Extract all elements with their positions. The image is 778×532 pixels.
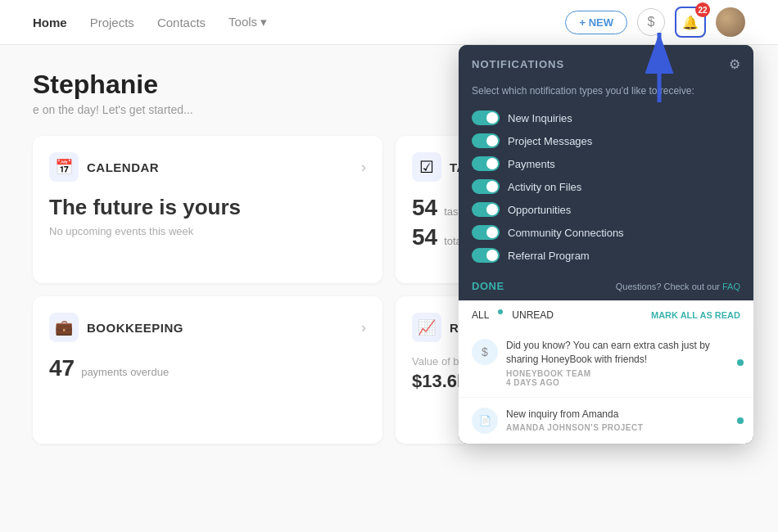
faq-link[interactable]: FAQ: [722, 282, 740, 291]
notif-item-0-meta2: 4 DAYS AGO: [506, 378, 740, 387]
toggle-new-inquiries: New Inquiries: [459, 106, 753, 129]
bell-badge: 22: [695, 2, 710, 17]
notifications-panel: NOTIFICATIONS ⚙ Select which notificatio…: [459, 45, 753, 444]
notif-item-0-icon: $: [472, 339, 498, 365]
notif-item-1-body: New inquiry from Amanda AMANDA JOHNSON'S…: [506, 408, 740, 433]
notif-item-1-unread: [737, 417, 744, 424]
notif-list-header: ALL UNREAD MARK ALL AS READ: [459, 300, 753, 329]
calendar-icon: 📅: [49, 152, 79, 182]
toggle-payments: Payments: [459, 152, 753, 175]
toggle-project-messages-switch[interactable]: [472, 133, 500, 148]
bookkeeping-stat: 47 payments overdue: [49, 355, 366, 381]
calendar-title: CALENDAR: [87, 160, 159, 174]
toggle-payments-label: Payments: [508, 158, 555, 170]
notif-item-0-text: Did you know? You can earn extra cash ju…: [506, 339, 740, 367]
nav-tools[interactable]: Tools ▾: [228, 15, 267, 29]
nav-home[interactable]: Home: [33, 16, 67, 29]
toggle-opportunities: Opportunities: [459, 198, 753, 221]
notif-settings-icon[interactable]: ⚙: [729, 56, 740, 72]
bookkeeping-icon: 💼: [49, 313, 79, 342]
toggle-new-inquiries-switch[interactable]: [472, 110, 500, 125]
toggle-project-messages: Project Messages: [459, 129, 753, 152]
bookkeeping-card: 💼 BOOKKEEPING › 47 payments overdue: [33, 296, 382, 444]
notif-select-text: Select which notification types you'd li…: [459, 80, 753, 106]
notif-item-1-meta1: AMANDA JOHNSON'S PROJECT: [506, 423, 740, 432]
toggle-activity-files-label: Activity on Files: [508, 181, 581, 193]
toggle-opportunities-label: Opportunities: [508, 204, 571, 216]
toggle-referral-label: Referral Program: [508, 250, 590, 262]
dollar-icon[interactable]: $: [637, 8, 665, 36]
notif-header: NOTIFICATIONS ⚙: [459, 45, 753, 80]
bookkeeping-title-row: 💼 BOOKKEEPING: [49, 313, 183, 342]
top-nav: Home Projects Contacts Tools ▾ + NEW $ 🔔…: [0, 0, 778, 45]
bell-button[interactable]: 🔔 22: [675, 7, 706, 38]
toggle-new-inquiries-label: New Inquiries: [508, 112, 572, 124]
nav-contacts[interactable]: Contacts: [157, 16, 206, 29]
tasks-icon: ☑: [412, 152, 441, 182]
notif-item-0-meta1: HONEYBOOK TEAM: [506, 369, 740, 378]
toggle-community-switch[interactable]: [472, 225, 500, 240]
done-button[interactable]: DONE: [472, 280, 504, 292]
calendar-arrow[interactable]: ›: [361, 159, 366, 176]
notif-tab-dot: [498, 309, 503, 314]
notif-item-0[interactable]: $ Did you know? You can earn extra cash …: [459, 329, 753, 398]
notif-item-0-unread: [737, 359, 744, 366]
toggle-payments-switch[interactable]: [472, 156, 500, 171]
new-button[interactable]: + NEW: [565, 11, 627, 34]
toggle-project-messages-label: Project Messages: [508, 135, 592, 147]
avatar[interactable]: [716, 7, 745, 37]
notif-item-1-icon: 📄: [472, 408, 498, 434]
notif-tab-unread[interactable]: UNREAD: [512, 309, 554, 321]
bookkeeping-title: BOOKKEEPING: [87, 321, 183, 335]
toggle-activity-files-switch[interactable]: [472, 179, 500, 194]
notif-tabs: ALL UNREAD: [472, 309, 554, 321]
notif-item-0-body: Did you know? You can earn extra cash ju…: [506, 339, 740, 387]
toggle-activity-files: Activity on Files: [459, 175, 753, 198]
toggle-referral: Referral Program: [459, 244, 753, 267]
bell-icon: 🔔: [682, 15, 699, 30]
toggle-referral-switch[interactable]: [472, 248, 500, 263]
nav-links: Home Projects Contacts Tools ▾: [33, 15, 565, 29]
bookkeeping-arrow[interactable]: ›: [361, 319, 366, 336]
toggle-community: Community Connections: [459, 221, 753, 244]
calendar-card: 📅 CALENDAR › The future is yours No upco…: [33, 136, 382, 283]
notif-item-1[interactable]: 📄 New inquiry from Amanda AMANDA JOHNSON…: [459, 398, 753, 444]
notif-tab-all[interactable]: ALL: [472, 309, 489, 321]
nav-right: + NEW $ 🔔 22: [565, 7, 745, 38]
notif-done-row: DONE Questions? Check out our FAQ: [459, 272, 753, 300]
calendar-sub-text: No upcoming events this week: [49, 225, 366, 237]
calendar-title-row: 📅 CALENDAR: [49, 152, 159, 182]
mark-all-button[interactable]: MARK ALL AS READ: [651, 310, 740, 320]
notif-item-1-text: New inquiry from Amanda: [506, 408, 740, 422]
calendar-big-text: The future is yours: [49, 195, 366, 220]
notif-title: NOTIFICATIONS: [472, 58, 564, 70]
reports-icon: 📈: [412, 313, 441, 342]
faq-text: Questions? Check out our FAQ: [616, 282, 740, 291]
calendar-card-header: 📅 CALENDAR ›: [49, 152, 366, 182]
notif-items-list: $ Did you know? You can earn extra cash …: [459, 329, 753, 444]
bookkeeping-card-header: 💼 BOOKKEEPING ›: [49, 313, 366, 342]
nav-projects[interactable]: Projects: [90, 16, 134, 29]
toggle-opportunities-switch[interactable]: [472, 202, 500, 217]
toggle-community-label: Community Connections: [508, 227, 624, 239]
